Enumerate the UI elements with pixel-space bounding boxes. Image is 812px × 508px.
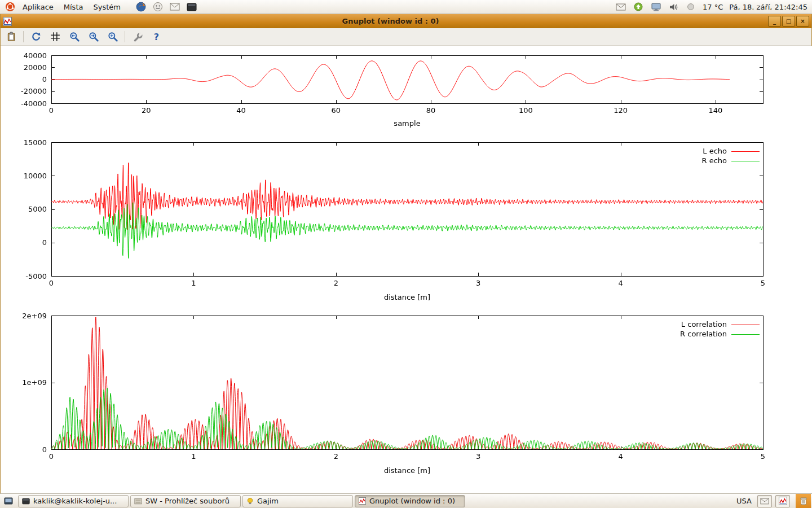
task-label: kaklik@kaklik-kolej-u... xyxy=(33,497,117,505)
update-icon[interactable] xyxy=(633,1,644,12)
mail-notification-icon[interactable] xyxy=(615,1,626,12)
gajim-icon xyxy=(246,497,254,505)
task-button-gajim[interactable]: Gajim xyxy=(242,495,353,507)
temperature-applet[interactable]: 17 °C xyxy=(701,3,724,11)
display-icon[interactable] xyxy=(650,1,661,12)
gnuplot-toolbar: ? xyxy=(1,28,811,46)
settings-button[interactable] xyxy=(130,30,144,44)
autoscale-button[interactable] xyxy=(105,30,120,44)
minimize-button[interactable]: _ xyxy=(768,16,781,27)
menu-system[interactable]: Systém xyxy=(89,2,125,12)
trash-icon[interactable] xyxy=(796,494,811,508)
terminal-icon[interactable] xyxy=(186,1,197,12)
window-title: Gnuplot (window id : 0) xyxy=(14,17,767,25)
keyboard-layout-indicator[interactable]: USA xyxy=(734,497,754,505)
task-label: Gajim xyxy=(257,497,279,505)
gnuplot-window-icon[interactable] xyxy=(3,17,12,26)
grid-button[interactable] xyxy=(48,30,62,44)
task-label: SW - Prohlížeč souborů xyxy=(145,497,230,505)
task-button-file-manager[interactable]: SW - Prohlížeč souborů xyxy=(130,495,241,507)
titlebar[interactable]: Gnuplot (window id : 0) _ □ × xyxy=(1,14,811,28)
file-manager-icon xyxy=(134,498,142,505)
maximize-button[interactable]: □ xyxy=(782,16,795,27)
ubuntu-menu-icon[interactable] xyxy=(5,1,16,12)
system-tray: USA xyxy=(734,494,811,508)
help-button[interactable]: ? xyxy=(149,30,164,44)
firefox-icon[interactable] xyxy=(135,1,147,12)
task-button-gnuplot[interactable]: Gnuplot (window id : 0) xyxy=(355,495,465,507)
panel-status-area: 17 °C Pá, 18. září, 21:42:45 xyxy=(614,1,809,12)
help-icon: ? xyxy=(154,32,159,42)
gnuplot-tray-icon[interactable] xyxy=(775,495,790,507)
close-button[interactable]: × xyxy=(796,16,809,27)
volume-icon[interactable] xyxy=(668,1,679,12)
plot-surface xyxy=(1,46,811,494)
menu-places[interactable]: Místa xyxy=(59,2,88,12)
terminal-icon xyxy=(22,498,30,505)
gnuplot-window: Gnuplot (window id : 0) _ □ × xyxy=(0,14,812,493)
panel-launchers xyxy=(134,1,198,12)
menu-applications[interactable]: Aplikace xyxy=(18,2,58,12)
show-desktop-button[interactable] xyxy=(1,494,16,507)
taskbar: kaklik@kaklik-kolej-u... SW - Prohlížeč … xyxy=(0,493,812,508)
mail-tray-icon[interactable] xyxy=(757,495,772,507)
zoom-previous-button[interactable] xyxy=(67,30,81,44)
zoom-next-button[interactable] xyxy=(86,30,100,44)
toolbar-separator xyxy=(125,31,125,42)
replot-button[interactable] xyxy=(29,30,43,44)
top-panel: Aplikace Místa Systém xyxy=(0,0,812,14)
gnuplot-canvas[interactable] xyxy=(1,46,812,494)
mail-launcher-icon[interactable] xyxy=(169,1,180,12)
task-label: Gnuplot (window id : 0) xyxy=(369,497,455,505)
copy-button[interactable] xyxy=(4,30,18,44)
messenger-icon[interactable] xyxy=(152,1,164,12)
clock-applet[interactable]: Pá, 18. září, 21:42:45 xyxy=(728,3,809,11)
desktop: Aplikace Místa Systém xyxy=(0,0,812,508)
toolbar-separator xyxy=(23,31,24,42)
gnuplot-icon xyxy=(359,497,366,505)
task-button-terminal[interactable]: kaklik@kaklik-kolej-u... xyxy=(18,495,129,507)
weather-icon[interactable] xyxy=(685,1,696,12)
